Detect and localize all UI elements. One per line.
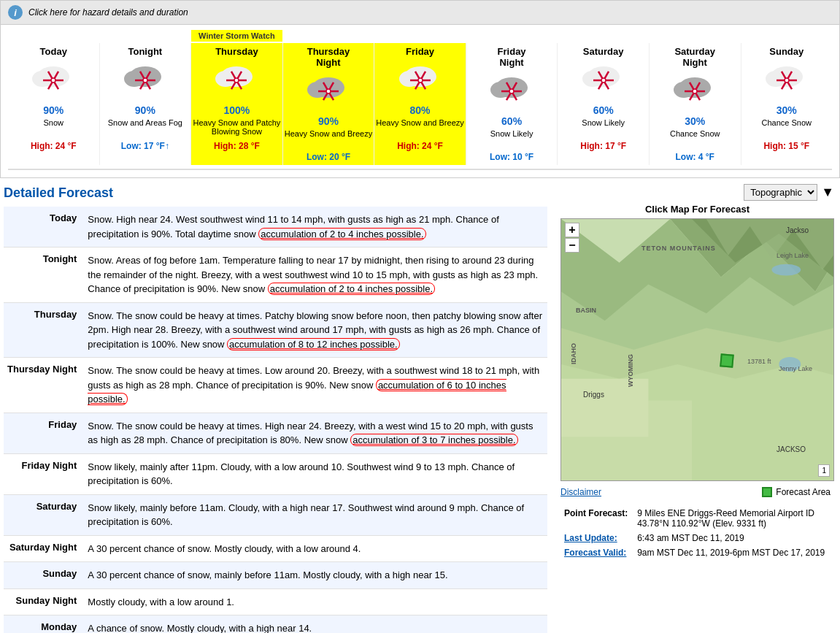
forecast-area-marker[interactable]: [720, 353, 734, 368]
map-disclaimer[interactable]: Disclaimer: [560, 483, 601, 500]
forecast-day-friday[interactable]: Friday80%Heavy Snow and BreezyHigh: 24 °…: [374, 43, 466, 165]
point-forecast-table: Point Forecast: 9 Miles ENE Driggs-Reed …: [560, 506, 834, 560]
map-select-arrow[interactable]: ▼: [821, 185, 834, 200]
forecast-period: Monday: [4, 615, 84, 634]
forecast-table: TodaySnow. High near 24. West southwest …: [4, 207, 547, 633]
forecast-period: Tonight: [4, 248, 84, 303]
day-label: Saturday: [559, 46, 647, 57]
precip-pct: 30%: [743, 104, 831, 116]
svg-point-88: [771, 264, 801, 276]
day-label: FridayNight: [468, 46, 556, 68]
forecast-day-saturday[interactable]: Saturday60%Snow LikelyHigh: 17 °F: [558, 43, 650, 165]
temperature: High: 15 °F: [743, 141, 831, 151]
point-forecast-label: Point Forecast:: [560, 506, 633, 531]
forecast-description: A 30 percent chance of snow. Mostly clou…: [84, 535, 547, 562]
forecast-day-saturday-night[interactable]: SaturdayNight30%Chance SnowLow: 4 °F: [650, 43, 741, 165]
svg-point-53: [509, 89, 514, 93]
forecast-valid-link[interactable]: Forecast Valid:: [564, 548, 626, 558]
forecast-day-sunday[interactable]: Sunday30%Chance SnowHigh: 15 °F: [741, 43, 833, 165]
last-update-link[interactable]: Last Update:: [564, 533, 617, 543]
svg-point-26: [234, 78, 239, 83]
map-label-jackson: Jackso: [786, 226, 809, 234]
forecast-description: A 30 percent chance of snow, mainly befo…: [84, 562, 547, 589]
day-label: Thursday: [193, 46, 281, 57]
temperature: High: 28 °F: [193, 141, 281, 151]
map-label-elevation: 13781 ft: [747, 358, 771, 365]
forecast-row: SaturdaySnow likely, mainly before 11am.…: [4, 494, 547, 535]
last-update-row: Last Update: 6:43 am MST Dec 11, 2019: [560, 531, 834, 545]
forecast-period: Today: [4, 207, 84, 248]
forecast-valid-row: Forecast Valid: 9am MST Dec 11, 2019-6pm…: [560, 545, 834, 560]
weather-description: Snow: [9, 118, 98, 139]
precip-pct: 90%: [101, 104, 190, 116]
forecast-day-thursday-night[interactable]: ThursdayNight90%Heavy Snow and BreezyLow…: [283, 43, 375, 165]
temperature: Low: 17 °F↑: [101, 141, 190, 151]
temperature: High: 24 °F: [376, 141, 464, 151]
forecast-period: Saturday: [4, 494, 84, 535]
map-label-teton: TETON MOUNTAINS: [641, 245, 716, 252]
detailed-forecast-title: Detailed Forecast: [4, 185, 547, 201]
weather-description: Snow and Areas Fog: [101, 118, 190, 139]
info-icon: i: [8, 5, 23, 20]
day-label: Tonight: [101, 46, 190, 57]
day-label: Sunday: [743, 46, 831, 57]
forecast-day-today[interactable]: Today90%SnowHigh: 24 °F: [8, 43, 100, 165]
forecast-period: Sunday: [4, 562, 84, 589]
forecast-description: Snow. Areas of fog before 1am. Temperatu…: [84, 248, 547, 303]
forecast-row: Friday NightSnow likely, mainly after 11…: [4, 453, 547, 494]
main-content: Detailed Forecast TodaySnow. High near 2…: [0, 178, 840, 633]
map-container[interactable]: + −: [560, 218, 834, 481]
hazard-bar[interactable]: i Click here for hazard details and dura…: [1, 1, 839, 25]
weather-description: Heavy Snow and Patchy Blowing Snow: [193, 118, 281, 139]
forecast-row: Thursday NightSnow. The snow could be he…: [4, 358, 547, 413]
zoom-out-button[interactable]: −: [565, 238, 579, 253]
weather-description: Chance Snow: [651, 129, 739, 150]
svg-rect-92: [561, 379, 648, 437]
weather-description: Snow Likely: [468, 129, 556, 150]
svg-point-35: [326, 89, 331, 93]
forecast-period: Sunday Night: [4, 588, 84, 615]
forecast-row: FridaySnow. The snow could be heavy at t…: [4, 413, 547, 453]
forecast-row: SundayA 30 percent chance of snow, mainl…: [4, 562, 547, 589]
map-label-driggs: Driggs: [583, 391, 604, 399]
forecast-day-tonight[interactable]: Tonight90%Snow and Areas FogLow: 17 °F↑: [100, 43, 192, 165]
map-panel: TopographicRadarSatellite ▼ Click Map Fo…: [555, 178, 840, 633]
forecast-area-legend: Forecast Area: [758, 485, 834, 499]
forecast-period: Saturday Night: [4, 535, 84, 562]
hazard-text: Click here for hazard details and durati…: [28, 7, 188, 18]
map-label-basin: BASIN: [576, 307, 596, 314]
zoom-in-button[interactable]: +: [565, 223, 579, 237]
forecast-row: Saturday NightA 30 percent chance of sno…: [4, 535, 547, 562]
precip-pct: 90%: [9, 104, 98, 116]
forecast-row: TonightSnow. Areas of fog before 1am. Te…: [4, 248, 547, 303]
precip-pct: 30%: [651, 115, 739, 127]
click-map-label: Click Map For Forecast: [560, 204, 834, 215]
weather-icon: [303, 69, 354, 113]
weather-icon: [486, 69, 537, 113]
temperature: High: 24 °F: [9, 141, 98, 151]
temperature: High: 17 °F: [559, 141, 647, 151]
precip-pct: 60%: [468, 115, 556, 127]
forecast-day-thursday[interactable]: Winter Storm WatchThursday100%Heavy Snow…: [191, 43, 283, 165]
disclaimer-link[interactable]: Disclaimer: [560, 487, 601, 497]
map-label-jenny: Jenny Lake: [779, 365, 812, 372]
weather-description: Snow Likely: [559, 118, 647, 139]
map-controls: TopographicRadarSatellite ▼: [560, 184, 834, 201]
temperature: Low: 10 °F: [468, 152, 556, 162]
forecast-period: Thursday: [4, 302, 84, 358]
svg-point-8: [51, 78, 55, 83]
day-label: ThursdayNight: [285, 46, 373, 68]
forecast-description: A chance of snow. Mostly cloudy, with a …: [84, 615, 547, 634]
forecast-valid-label: Forecast Valid:: [560, 545, 633, 560]
svg-point-62: [601, 78, 606, 83]
forecast-strip: Today90%SnowHigh: 24 °FTonight90%Snow an…: [8, 39, 832, 170]
last-update-label: Last Update:: [560, 531, 633, 545]
map-label-wyoming: WYOMING: [627, 354, 634, 387]
weather-icon: [669, 69, 720, 113]
weather-icon: [395, 58, 446, 102]
forecast-period: Friday Night: [4, 453, 84, 494]
forecast-day-friday-night[interactable]: FridayNight60%Snow LikelyLow: 10 °F: [466, 43, 558, 165]
weather-icon: [120, 58, 171, 102]
map-type-select[interactable]: TopographicRadarSatellite: [744, 184, 817, 201]
forecast-row: MondayA chance of snow. Mostly cloudy, w…: [4, 615, 547, 634]
